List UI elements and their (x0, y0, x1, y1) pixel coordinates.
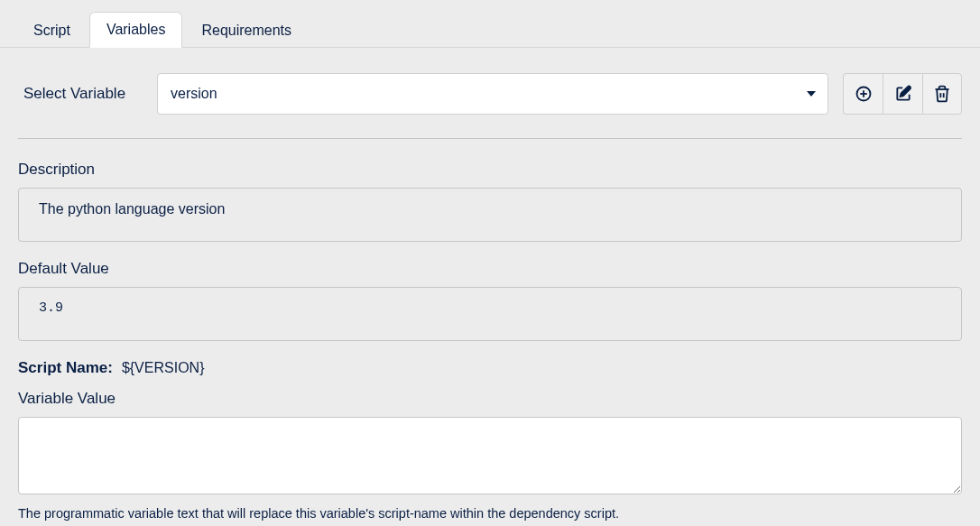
tabs-bar: Script Variables Requirements (0, 0, 980, 48)
variable-value-help: The programmatic variable text that will… (18, 506, 962, 521)
description-input[interactable]: The python language version (18, 188, 962, 242)
variables-panel: Select Variable version (0, 48, 980, 526)
caret-down-icon (807, 91, 816, 97)
edit-icon (894, 85, 912, 103)
script-name-value: ${VERSION} (122, 360, 205, 376)
select-variable-label: Select Variable (18, 85, 143, 103)
select-variable-dropdown[interactable]: version (157, 73, 828, 115)
section-divider (18, 138, 962, 139)
add-variable-button[interactable] (843, 73, 883, 115)
variable-action-buttons (843, 73, 962, 115)
variable-value-input[interactable] (18, 417, 962, 494)
trash-icon (933, 85, 951, 103)
default-value-input[interactable]: 3.9 (18, 287, 962, 341)
select-variable-value: version (171, 86, 217, 102)
select-variable-row: Select Variable version (18, 73, 962, 115)
variable-value-field: Variable Value The programmatic variable… (18, 390, 962, 521)
tab-requirements[interactable]: Requirements (184, 13, 309, 48)
tab-variables[interactable]: Variables (89, 12, 183, 48)
default-value-field: Default Value 3.9 (18, 260, 962, 341)
plus-circle-icon (855, 85, 873, 103)
script-name-label: Script Name: (18, 359, 113, 377)
default-value-label: Default Value (18, 260, 962, 278)
variable-value-label: Variable Value (18, 390, 962, 408)
edit-variable-button[interactable] (883, 73, 922, 115)
delete-variable-button[interactable] (922, 73, 962, 115)
description-field: Description The python language version (18, 161, 962, 242)
description-label: Description (18, 161, 962, 179)
tab-script[interactable]: Script (16, 13, 88, 48)
script-name-row: Script Name: ${VERSION} (18, 359, 962, 377)
select-variable-wrapper: version (157, 73, 828, 115)
